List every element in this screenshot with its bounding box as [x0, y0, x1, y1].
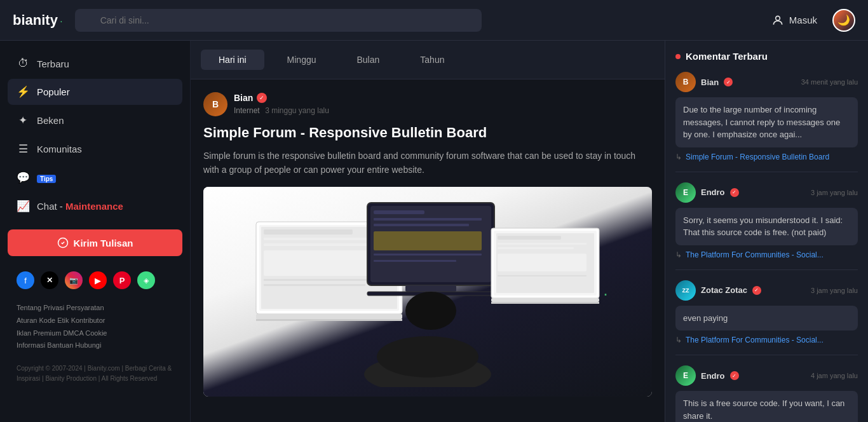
- link-hubungi[interactable]: Hubungi: [75, 341, 101, 349]
- link-dmca[interactable]: DMCA: [63, 329, 83, 337]
- comment-time: 3 jam yang lalu: [811, 287, 858, 294]
- comment-item: B Bian ✓ 34 menit yang lalu Due to the l…: [675, 72, 858, 172]
- search-wrapper: 🔍: [75, 9, 482, 32]
- sidebar-item-terbaru[interactable]: ⏱ Terbaru: [8, 51, 182, 76]
- svg-rect-20: [374, 260, 456, 262]
- chart-icon: 📈: [17, 200, 29, 213]
- pinterest-icon[interactable]: P: [113, 271, 131, 289]
- svg-rect-16: [374, 218, 482, 221]
- logo-text: bianity: [13, 12, 58, 29]
- link-aturan[interactable]: Aturan: [17, 316, 37, 324]
- svg-rect-27: [498, 236, 561, 240]
- youtube-icon[interactable]: ▶: [89, 271, 107, 289]
- tab-minggu[interactable]: Minggu: [269, 50, 334, 70]
- link-persyaratan[interactable]: Persyaratan: [66, 304, 104, 311]
- chat-label-prefix: Chat -: [37, 201, 65, 212]
- svg-rect-30: [498, 254, 587, 271]
- sidebar-label-komunitas: Komunitas: [37, 144, 82, 154]
- instagram-icon[interactable]: 📷: [65, 271, 83, 289]
- comment-user-row: B Bian ✓ 34 menit yang lalu: [675, 72, 858, 92]
- maintenance-label: Maintenance: [65, 201, 123, 212]
- copyright-text: Copyright © 2007-2024 | Bianity.com | Be…: [8, 360, 182, 388]
- sidebar-label-populer: Populer: [37, 86, 70, 97]
- kirim-tulisan-button[interactable]: Kirim Tulisan: [8, 229, 182, 256]
- comment-avatar: ZZ: [675, 280, 696, 301]
- link-privasi[interactable]: Privasi: [43, 304, 64, 311]
- logo[interactable]: bianity.: [13, 12, 62, 29]
- svg-rect-29: [498, 247, 574, 249]
- sidebar: ⏱ Terbaru ⚡ Populer ✦ Beken ☰ Komunitas …: [0, 41, 191, 422]
- article-category[interactable]: Internet: [234, 106, 260, 115]
- tab-bulan[interactable]: Bulan: [339, 50, 398, 70]
- svg-rect-15: [374, 210, 424, 214]
- svg-rect-11: [256, 314, 402, 319]
- user-avatar[interactable]: 🌙: [832, 9, 855, 32]
- link-bantuan[interactable]: Bantuan: [47, 341, 73, 349]
- masuk-button[interactable]: Masuk: [764, 10, 825, 31]
- svg-rect-32: [491, 298, 599, 302]
- comment-link[interactable]: The Platform For Communities - Social...: [675, 336, 858, 344]
- link-kontributor[interactable]: Kontributor: [71, 316, 105, 324]
- svg-rect-31: [498, 275, 587, 276]
- comment-link[interactable]: Simple Forum - Responsive Bulletin Board: [675, 153, 858, 161]
- bolt-icon: ⚡: [17, 85, 29, 99]
- verified-icon: ✓: [730, 371, 739, 380]
- comment-username[interactable]: Endro: [701, 371, 725, 381]
- comment-item: E Endro ✓ 3 jam yang lalu Sorry, it seem…: [675, 182, 858, 270]
- article-category-time: Internet 3 minggu yang lalu: [234, 104, 329, 116]
- article-card: B Bian ✓ Internet 3 minggu yang lalu Sim…: [191, 79, 665, 397]
- svg-rect-12: [256, 319, 402, 321]
- comments-title: Komentar Terbaru: [686, 51, 768, 62]
- article-time: 3 minggu yang lalu: [265, 106, 329, 115]
- sidebar-item-komunitas[interactable]: ☰ Komunitas: [8, 136, 182, 162]
- sidebar-item-beken[interactable]: ✦ Beken: [8, 107, 182, 133]
- sidebar-item-tips[interactable]: 💬 Tips: [8, 165, 182, 191]
- svg-rect-10: [264, 284, 365, 286]
- link-kode-etik[interactable]: Kode Etik: [39, 316, 69, 324]
- twitter-icon[interactable]: ✕: [41, 271, 58, 289]
- svg-rect-19: [374, 254, 482, 255]
- comments-header: Komentar Terbaru: [675, 51, 858, 62]
- chat-icon: 💬: [17, 171, 29, 184]
- comments-panel: Komentar Terbaru B Bian ✓ 34 menit yang …: [665, 41, 868, 422]
- search-input[interactable]: [75, 9, 482, 32]
- link-premium[interactable]: Premium: [33, 329, 61, 337]
- svg-point-0: [775, 16, 780, 20]
- list-icon: ☰: [17, 142, 29, 156]
- article-description: Simple forum is the responsive bulletin …: [203, 149, 652, 177]
- comment-link[interactable]: The Platform For Communities - Social...: [675, 250, 858, 259]
- sidebar-label-chat: Chat - Maintenance: [37, 201, 123, 212]
- link-tentang[interactable]: Tentang: [17, 304, 41, 311]
- svg-rect-7: [264, 243, 378, 246]
- article-meta: B Bian ✓ Internet 3 minggu yang lalu: [203, 92, 652, 116]
- svg-point-23: [405, 292, 456, 330]
- sidebar-label-tips: Tips: [37, 172, 56, 183]
- comment-username[interactable]: Bian: [701, 78, 719, 87]
- footer-links: Tentang Privasi Persyaratan Aturan Kode …: [8, 297, 182, 357]
- comment-username[interactable]: Endro: [701, 187, 725, 197]
- comment-avatar: E: [675, 182, 696, 203]
- android-icon[interactable]: ◈: [137, 271, 155, 289]
- comment-time: 3 jam yang lalu: [811, 189, 858, 196]
- main-content: Hari ini Minggu Bulan Tahun B Bian ✓ Int…: [191, 41, 665, 422]
- sidebar-item-populer[interactable]: ⚡ Populer: [8, 79, 182, 105]
- facebook-icon[interactable]: f: [17, 271, 34, 289]
- tips-badge: Tips: [37, 175, 56, 183]
- link-cookie[interactable]: Cookie: [85, 329, 107, 337]
- sidebar-item-chat[interactable]: 📈 Chat - Maintenance: [8, 193, 182, 219]
- article-title[interactable]: Simple Forum - Responsive Bulletin Board: [203, 124, 652, 142]
- live-indicator: [675, 54, 681, 59]
- tab-tahun[interactable]: Tahun: [402, 50, 462, 70]
- comment-user-row: ZZ Zotac Zotac ✓ 3 jam yang lalu: [675, 280, 858, 301]
- link-iklan[interactable]: Iklan: [17, 329, 31, 337]
- comment-text: even paying: [675, 306, 858, 331]
- link-informasi[interactable]: Informasi: [17, 341, 45, 349]
- comment-user-row: E Endro ✓ 4 jam yang lalu: [675, 365, 858, 386]
- layout: ⏱ Terbaru ⚡ Populer ✦ Beken ☰ Komunitas …: [0, 41, 868, 422]
- author-name[interactable]: Bian: [234, 93, 253, 103]
- masuk-label: Masuk: [789, 15, 817, 25]
- tab-hari-ini[interactable]: Hari ini: [201, 50, 264, 70]
- comment-text: This is a free source code. If you want,…: [675, 391, 858, 422]
- verified-icon: ✓: [752, 286, 761, 295]
- comment-username[interactable]: Zotac Zotac: [701, 285, 747, 295]
